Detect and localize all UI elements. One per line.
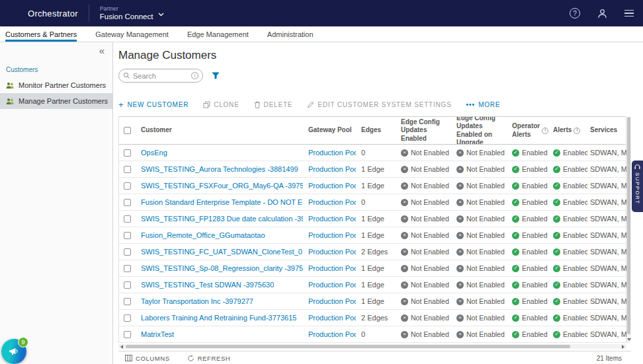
gateway-pool-link[interactable]: Production Pool <box>308 264 356 272</box>
tab-gateway-management[interactable]: Gateway Management <box>95 26 169 42</box>
gateway-pool-link[interactable]: Production Pool <box>308 215 356 223</box>
table-row[interactable]: Laborers Training And Retraining Fund-37… <box>119 310 626 326</box>
user-icon[interactable] <box>597 9 607 18</box>
table-row[interactable]: SWIS_TESTING_Sp-08_Regression_clarity -3… <box>119 260 626 277</box>
scroll-right-arrow[interactable] <box>620 344 626 349</box>
more-button[interactable]: ••• MORE <box>466 101 501 108</box>
partner-selector[interactable]: Partner Fusion Connect <box>100 5 165 22</box>
vertical-scrollbar-thumb[interactable] <box>627 117 630 334</box>
col-header-alerts[interactable]: Alertsi <box>550 117 587 144</box>
sidebar-item-monitor-partner-customers[interactable]: Monitor Partner Customers <box>0 77 112 93</box>
info-icon[interactable]: i <box>574 127 580 134</box>
status-text: Enabled <box>563 264 587 272</box>
row-checkbox[interactable] <box>124 265 131 272</box>
row-checkbox[interactable] <box>124 248 131 256</box>
horizontal-scrollbar[interactable] <box>118 344 626 349</box>
row-checkbox[interactable] <box>124 215 131 223</box>
table-row[interactable]: Fusion Standard Enterprise Template - DO… <box>119 194 626 211</box>
gateway-pool-link[interactable]: Production Pool <box>308 248 356 256</box>
col-header-services[interactable]: Services <box>587 117 627 144</box>
table-row[interactable]: SWIS_TESTING_Test SDWAN -3975630 Product… <box>119 277 626 293</box>
col-header-edge-config-updates[interactable]: Edge Config Updates Enabled <box>398 117 454 144</box>
col-header-operator-alerts[interactable]: Operator Alertsi <box>509 117 550 144</box>
table-row[interactable]: SWIS_TESTING_FSXFour_ORG_May6-QA -397567… <box>119 178 626 194</box>
status-text: Not Enabled <box>466 231 505 239</box>
status-icon: ✓ <box>553 281 560 289</box>
refresh-button[interactable]: REFRESH <box>187 355 231 362</box>
customer-link[interactable]: SWIS_TESTING_Sp-08_Regression_clarity -3… <box>141 264 303 272</box>
gateway-pool-link[interactable]: Production Pool <box>308 198 356 206</box>
edge-config-updates-status: ×Not Enabled <box>398 260 454 276</box>
vertical-scrollbar[interactable] <box>626 117 631 343</box>
menu-icon[interactable] <box>624 10 634 17</box>
row-checkbox[interactable] <box>124 298 131 305</box>
horizontal-scrollbar-thumb[interactable] <box>126 345 570 348</box>
row-checkbox[interactable] <box>124 331 131 338</box>
col-header-gateway-pool[interactable]: Gateway Pool <box>306 117 359 144</box>
scroll-down-arrow[interactable] <box>626 336 631 342</box>
search-input[interactable] <box>133 72 189 80</box>
row-checkbox[interactable] <box>124 149 131 157</box>
table-row[interactable]: OpsEng Production Pool 0 ×Not Enabled ×N… <box>119 145 626 161</box>
gateway-pool-link[interactable]: Production Pool <box>308 330 356 338</box>
sidebar-collapse-icon[interactable]: « <box>99 45 105 56</box>
gateway-pool-link[interactable]: Production Pool <box>308 231 356 239</box>
support-tab[interactable]: SUPPORT <box>632 161 643 212</box>
row-checkbox[interactable] <box>124 199 131 206</box>
customer-link[interactable]: SWIS_TESTING_FSXFour_ORG_May6-QA -397567… <box>141 182 303 190</box>
status-icon: ✓ <box>512 248 519 256</box>
table-row[interactable]: Taylor Transportation Inc -3979277 Produ… <box>119 293 626 310</box>
notification-badge: 9 <box>18 337 28 347</box>
row-checkbox[interactable] <box>124 232 131 239</box>
edge-config-updates-status: ×Not Enabled <box>398 161 454 177</box>
info-icon[interactable]: i <box>542 127 548 134</box>
table-header-row: Customer Gateway Pool Edges Edge Config … <box>119 117 626 145</box>
customer-link[interactable]: SWIS_TESTING_FC_UAT_SDWAN_CloneTest_01 -… <box>141 248 303 256</box>
filter-icon[interactable] <box>212 72 220 79</box>
customer-link[interactable]: Fusion_Remote_Office_GGumataotao <box>141 231 265 239</box>
customer-link[interactable]: SWIS_TESTING_Aurora Technologies -388149… <box>141 165 298 173</box>
search-info-icon[interactable]: i <box>191 72 198 79</box>
table-row[interactable]: SWIS_TESTING_Aurora Technologies -388149… <box>119 161 626 178</box>
new-customer-button[interactable]: + NEW CUSTOMER <box>118 101 189 108</box>
row-checkbox[interactable] <box>124 182 131 190</box>
row-checkbox[interactable] <box>124 166 131 173</box>
edge-config-updates-status: ×Not Enabled <box>398 194 454 210</box>
table-row[interactable]: Fusion_Remote_Office_GGumataotao Product… <box>119 227 626 244</box>
status-text: Not Enabled <box>466 264 505 272</box>
gateway-pool-link[interactable]: Production Pool <box>308 182 356 190</box>
tab-administration[interactable]: Administration <box>267 26 314 42</box>
select-all-checkbox[interactable] <box>124 127 131 134</box>
customer-link[interactable]: Laborers Training And Retraining Fund-37… <box>141 314 296 322</box>
col-header-edge-config-updates-upgrade[interactable]: Edge Config Updates Enabled on Upgrade <box>454 117 509 144</box>
columns-button[interactable]: COLUMNS <box>125 355 170 362</box>
customer-link[interactable]: OpsEng <box>141 149 167 157</box>
row-checkbox[interactable] <box>124 281 131 289</box>
table-toolbar: + NEW CUSTOMER CLONE DELETE EDIT CUSTOME… <box>118 101 643 108</box>
status-icon: ✓ <box>512 215 519 223</box>
help-icon[interactable]: ? <box>570 8 580 18</box>
gateway-pool-link[interactable]: Production Pool <box>308 314 356 322</box>
col-header-customer[interactable]: Customer <box>136 117 306 144</box>
announcements-button[interactable]: 9 <box>1 339 26 364</box>
gateway-pool-link[interactable]: Production Pool <box>308 165 356 173</box>
customer-link[interactable]: Taylor Transportation Inc -3979277 <box>141 297 253 305</box>
table-row[interactable]: SWIS_TESTING_FC_UAT_SDWAN_CloneTest_01 -… <box>119 244 626 260</box>
table-row[interactable]: MatrixTest Production Pool 0 ×Not Enable… <box>119 326 626 343</box>
customer-link[interactable]: SWIS_TESTING_FP1283 Due date calculation… <box>141 215 303 223</box>
sidebar-item-manage-partner-customers[interactable]: Manage Partner Customers <box>0 93 112 109</box>
gateway-pool-link[interactable]: Production Pool <box>308 297 356 305</box>
edge-config-updates-status: ×Not Enabled <box>398 244 454 260</box>
gateway-pool-link[interactable]: Production Pool <box>308 149 356 157</box>
table-row[interactable]: SWIS_TESTING_FP1283 Due date calculation… <box>119 211 626 227</box>
customer-link[interactable]: MatrixTest <box>141 330 174 338</box>
col-header-edges[interactable]: Edges <box>359 117 398 144</box>
customer-link[interactable]: SWIS_TESTING_Test SDWAN -3975630 <box>141 281 274 289</box>
gateway-pool-link[interactable]: Production Pool <box>308 281 356 289</box>
tab-edge-management[interactable]: Edge Management <box>187 26 249 42</box>
tab-customers-and-partners[interactable]: Customers & Partners <box>5 26 77 42</box>
status-icon: × <box>456 232 464 239</box>
customer-link[interactable]: Fusion Standard Enterprise Template - DO… <box>141 198 303 206</box>
row-checkbox[interactable] <box>124 314 131 322</box>
scroll-left-arrow[interactable] <box>118 344 125 349</box>
